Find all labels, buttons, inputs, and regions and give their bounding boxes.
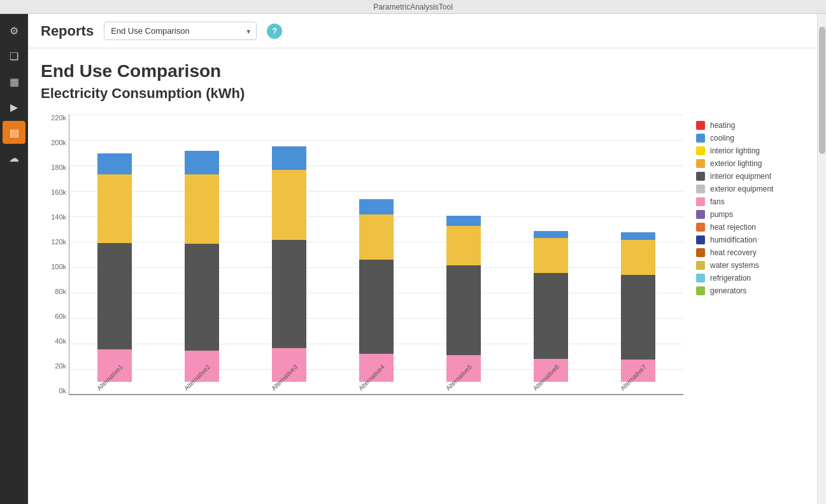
legend-item: cooling <box>696 134 798 143</box>
legend-swatch-generators <box>696 286 705 295</box>
title-bar: ParametricAnalysisTool <box>0 0 826 14</box>
legend-item: generators <box>696 286 798 295</box>
bar-segment-exterior-lighting <box>97 174 132 244</box>
y-label: 120k <box>41 239 66 246</box>
bar[interactable] <box>534 178 568 382</box>
legend-swatch-heating <box>696 121 705 130</box>
sidebar-item-reports[interactable]: ▤ <box>3 121 25 144</box>
run-icon: ▶ <box>10 101 18 113</box>
legend-item: interior equipment <box>696 172 798 181</box>
y-label: 40k <box>41 338 66 345</box>
legend-item: heat recovery <box>696 248 798 257</box>
bar-segment-cooling <box>359 199 394 214</box>
bar-group[interactable]: Alternative3 <box>250 115 327 394</box>
legend-item: exterior lighting <box>696 159 798 168</box>
bar-group[interactable]: Alternative1 <box>76 115 153 394</box>
sidebar-item-run[interactable]: ▶ <box>3 95 25 118</box>
bar[interactable] <box>272 124 306 382</box>
chart-legend: heatingcoolinginterior lightingexterior … <box>696 115 798 420</box>
bar-segment-exterior-lighting <box>185 174 219 244</box>
bar-segment-exterior-lighting <box>621 240 655 275</box>
bar-segment-cooling <box>621 232 655 240</box>
legend-swatch-refrigeration <box>696 274 705 283</box>
bar[interactable] <box>621 179 655 382</box>
legend-item: interior lighting <box>696 146 798 155</box>
chart-with-axes: 220k200k180k160k140k120k100k80k60k40k20k… <box>41 115 683 420</box>
bar-chart-frame: Alternative1Alternative2Alternative3Alte… <box>69 115 683 395</box>
sidebar-item-cloud[interactable]: ☁ <box>3 146 25 169</box>
bar[interactable] <box>97 128 132 382</box>
title-bar-text: ParametricAnalysisTool <box>373 3 453 11</box>
legend-label: water systems <box>710 261 759 270</box>
section-title: End Use Comparison <box>41 61 798 81</box>
y-label: 20k <box>41 363 66 370</box>
y-label: 200k <box>41 139 66 146</box>
bar-segment-interior-equipment <box>97 243 132 349</box>
bar[interactable] <box>446 166 481 382</box>
legend-label: exterior equipment <box>710 185 773 193</box>
legend-swatch-exterior-lighting <box>696 159 705 168</box>
grid-line <box>69 395 683 395</box>
legend-swatch-heat-recovery <box>696 248 705 257</box>
y-label: 180k <box>41 164 66 171</box>
bars-container: Alternative1Alternative2Alternative3Alte… <box>69 115 683 394</box>
bar-group[interactable]: Alternative5 <box>425 115 502 394</box>
report-select-wrapper: End Use ComparisonSummarySource EnergySi… <box>104 22 257 40</box>
legend-swatch-humidification <box>696 235 705 244</box>
legend-item: heat rejection <box>696 223 798 232</box>
bar-group[interactable]: Alternative7 <box>600 115 677 394</box>
y-axis: 220k200k180k160k140k120k100k80k60k40k20k… <box>41 115 69 420</box>
chart-container: 220k200k180k160k140k120k100k80k60k40k20k… <box>41 115 798 420</box>
section-subtitle: Electricity Consumption (kWh) <box>41 85 798 102</box>
plot-area: Alternative1Alternative2Alternative3Alte… <box>69 115 683 420</box>
legend-label: heat recovery <box>710 248 757 257</box>
y-label: 100k <box>41 263 66 270</box>
report-select[interactable]: End Use ComparisonSummarySource EnergySi… <box>104 22 257 40</box>
legend-swatch-cooling <box>696 134 705 143</box>
legend-swatch-pumps <box>696 210 705 219</box>
legend-label: interior equipment <box>710 172 771 181</box>
legend-swatch-interior-lighting <box>696 146 705 155</box>
legend-label: heating <box>710 121 735 130</box>
sidebar-item-data[interactable]: ▦ <box>3 70 25 93</box>
y-label: 220k <box>41 115 66 122</box>
bar-segment-cooling <box>272 146 306 170</box>
legend-item: humidification <box>696 235 798 244</box>
y-label: 0k <box>41 388 66 395</box>
bar-segment-exterior-lighting <box>446 226 481 265</box>
legend-item: pumps <box>696 210 798 219</box>
sidebar-item-layers[interactable]: ❏ <box>3 45 25 67</box>
sidebar: ⚙❏▦▶▤☁ <box>0 14 28 504</box>
bar-segment-interior-equipment <box>359 260 394 354</box>
layers-icon: ❏ <box>10 50 18 62</box>
main-content: Reports End Use ComparisonSummarySource … <box>28 14 817 504</box>
chart-area: End Use Comparison Electricity Consumpti… <box>28 48 817 504</box>
data-icon: ▦ <box>10 76 19 88</box>
bar[interactable] <box>359 156 394 382</box>
scrollbar[interactable] <box>817 14 826 504</box>
bar-segment-interior-equipment <box>272 240 306 347</box>
bar-segment-interior-equipment <box>534 273 568 358</box>
scrollbar-thumb[interactable] <box>819 27 825 154</box>
bar-group[interactable]: Alternative4 <box>338 115 415 394</box>
legend-label: humidification <box>710 235 757 244</box>
legend-swatch-exterior-equipment <box>696 185 705 193</box>
bar[interactable] <box>185 127 219 382</box>
tools-icon: ⚙ <box>10 25 18 37</box>
bar-segment-interior-equipment <box>185 244 219 351</box>
app-container: ⚙❏▦▶▤☁ Reports End Use ComparisonSummary… <box>0 14 826 504</box>
legend-item: exterior equipment <box>696 185 798 193</box>
bar-segment-interior-equipment <box>446 265 481 356</box>
y-label: 160k <box>41 189 66 196</box>
page-title: Reports <box>41 23 94 39</box>
legend-item: water systems <box>696 261 798 270</box>
bar-segment-exterior-lighting <box>272 170 306 240</box>
bar-group[interactable]: Alternative2 <box>163 115 240 394</box>
bar-segment-exterior-lighting <box>359 214 394 260</box>
bar-group[interactable]: Alternative6 <box>513 115 590 394</box>
bar-segment-interior-equipment <box>621 275 655 360</box>
sidebar-item-tools[interactable]: ⚙ <box>3 19 25 42</box>
legend-item: fans <box>696 197 798 206</box>
legend-item: heating <box>696 121 798 130</box>
help-button[interactable]: ? <box>267 24 282 39</box>
